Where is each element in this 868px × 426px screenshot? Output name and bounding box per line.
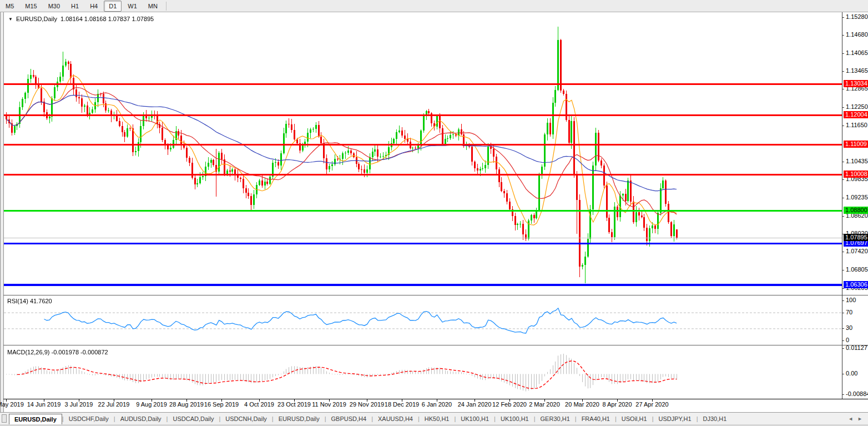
tab-eurusd-daily[interactable]: EURUSD,Daily (274, 414, 325, 424)
tab-scroll-right-icon[interactable]: ► (857, 416, 862, 422)
price-axis-tick (842, 89, 844, 89)
tab-usdcnh-daily[interactable]: USDCNH,Daily (220, 414, 272, 424)
macd-axis-label: 0.011277 (846, 344, 868, 351)
price-line-badge: 1.06306 (844, 281, 868, 288)
price-axis-label: 1.09235 (846, 194, 868, 201)
rsi-value: 41.7620 (30, 298, 52, 304)
rsi-axis-label: 70 (846, 309, 852, 315)
date-axis-label: 14 Jun 2019 (27, 401, 61, 408)
price-axis-label: 1.14065 (846, 49, 868, 56)
chart-symbol-label: ▼EURUSD,Daily 1.08164 1.08168 1.07837 1.… (8, 16, 154, 22)
price-line-badge: 1.11009 (844, 141, 868, 148)
date-axis-label: 2 Mar 2020 (529, 401, 560, 408)
date-axis-label: 3 Jul 2019 (65, 401, 93, 408)
tab-scroll-nav: ◄ ► (848, 416, 868, 424)
tab-scroll-left-icon[interactable]: ◄ (848, 416, 853, 422)
timeframe-button-h1[interactable]: H1 (66, 1, 84, 12)
timeframe-button-d1[interactable]: D1 (104, 1, 122, 12)
tab-audusd-daily[interactable]: AUDUSD,Daily (115, 414, 166, 424)
tab-xauusd-h4[interactable]: XAUUSD,H4 (373, 414, 418, 424)
tab-eurusd-daily[interactable]: EURUSD,Daily (9, 414, 62, 425)
price-axis-label: 1.13465 (846, 67, 868, 74)
price-axis-label: 1.11650 (846, 122, 867, 128)
rsi-axis-tick (842, 300, 844, 301)
tab-usoil-h1[interactable]: USOil,H1 (617, 414, 652, 424)
price-axis-label: 1.12250 (846, 103, 868, 110)
trading-app-window: M5M15M30H1H4D1W1MN ▼EURUSD,Daily 1.08164… (0, 0, 868, 426)
rsi-name: RSI(14) (7, 298, 28, 304)
pane-separator-main-rsi[interactable] (3, 295, 868, 295)
macd-axis-tick (842, 374, 844, 374)
date-axis-label: 18 Dec 2019 (385, 401, 419, 408)
rsi-axis-tick (842, 313, 844, 313)
price-axis-tick (842, 252, 844, 252)
tab-hk50-h1[interactable]: HK50,H1 (420, 414, 455, 424)
rsi-axis-tick (842, 340, 844, 341)
chart-tabs: EURUSD,Daily|USDCHF,Daily|AUDUSD,Daily|U… (9, 413, 731, 424)
tab-bar-splitter-handle[interactable] (2, 414, 7, 423)
price-axis-tick (842, 126, 844, 126)
price-axis-label: 1.07420 (846, 248, 868, 254)
macd-name: MACD(12,26,9) (7, 349, 49, 355)
price-axis-label: 1.15280 (846, 13, 868, 20)
timeframe-button-m5[interactable]: M5 (1, 1, 19, 12)
price-axis-label: 1.14680 (846, 31, 868, 38)
timeframe-bar: M5M15M30H1H4D1W1MN (0, 1, 169, 12)
timeframe-button-m30[interactable]: M30 (43, 1, 65, 12)
price-line-badge: 1.13034 (844, 80, 868, 87)
price-axis-label: 1.06805 (846, 266, 868, 273)
date-axis-label: 16 Sep 2019 (204, 401, 239, 408)
price-chart-canvas[interactable] (4, 12, 842, 295)
tab-dj30-h1[interactable]: DJ30,H1 (698, 414, 732, 424)
tab-uk100-h1[interactable]: UK100,H1 (496, 414, 534, 424)
date-axis-label: 20 Mar 2020 (565, 401, 599, 408)
macd-axis-tick (842, 348, 844, 349)
rsi-axis-label: 100 (846, 297, 856, 303)
date-axis-label: 24 Jan 2020 (458, 401, 492, 408)
rsi-indicator-label: RSI(14) 41.7620 (7, 298, 52, 304)
timeframe-button-m15[interactable]: M15 (20, 1, 42, 12)
tab-fra40-h1[interactable]: FRA40,H1 (577, 414, 615, 424)
tab-uk100-h1[interactable]: UK100,H1 (456, 414, 494, 424)
timeframe-toolbar: M5M15M30H1H4D1W1MN (0, 0, 868, 12)
tab-usdcad-daily[interactable]: USDCAD,Daily (168, 414, 219, 424)
macd-axis-label: 0.00 (846, 370, 857, 377)
macd-pane-canvas[interactable] (4, 346, 842, 399)
date-axis-label: 23 Oct 2019 (277, 401, 311, 408)
price-axis-scale[interactable]: 1.152801.146801.140651.134651.128651.122… (842, 12, 868, 399)
rsi-axis-tick (842, 328, 844, 329)
tab-usdjpy-h1[interactable]: USDJPY,H1 (654, 414, 697, 424)
symbol-dropdown-icon[interactable]: ▼ (8, 17, 13, 22)
date-axis-label: 27 Apr 2020 (635, 401, 668, 408)
price-axis-tick (842, 216, 844, 217)
price-axis-tick (842, 179, 844, 180)
price-axis-tick (842, 162, 844, 162)
window-left-frame (0, 12, 4, 423)
macd-indicator-label: MACD(12,26,9) -0.001978 -0.000872 (7, 349, 108, 355)
symbol-name: EURUSD,Daily (16, 16, 57, 22)
date-axis-label: 6 Jan 2020 (422, 401, 452, 408)
macd-values: -0.001978 -0.000872 (51, 349, 108, 355)
price-axis-tick (842, 53, 844, 54)
date-axis-label: 4 Oct 2019 (244, 401, 274, 408)
price-line-badge: 1.10008 (844, 171, 868, 178)
date-axis-label: 11 Nov 2019 (312, 401, 346, 408)
rsi-pane-canvas[interactable] (4, 296, 842, 345)
current-bid-badge: 1.07895 (844, 234, 868, 241)
price-axis-tick (842, 17, 844, 18)
timeframe-button-w1[interactable]: W1 (123, 1, 142, 12)
tab-ger30-h1[interactable]: GER30,H1 (536, 414, 575, 424)
price-axis-label: 1.10435 (846, 158, 868, 164)
timeframe-button-mn[interactable]: MN (143, 1, 163, 12)
date-axis-label: 8 Apr 2020 (602, 401, 632, 408)
price-line-badge: 1.08800 (844, 207, 868, 214)
tab-gbpusd-h4[interactable]: GBPUSD,H4 (326, 414, 372, 424)
price-axis-tick (842, 71, 844, 72)
date-axis-label: 27 May 2019 (0, 401, 24, 408)
rsi-axis-label: 0 (846, 337, 849, 343)
timeframe-button-h4[interactable]: H4 (85, 1, 103, 12)
tab-usdchf-daily[interactable]: USDCHF,Daily (64, 414, 114, 424)
date-axis-label: 28 Aug 2019 (169, 401, 204, 408)
chart-tab-bar: EURUSD,Daily|USDCHF,Daily|AUDUSD,Daily|U… (0, 412, 868, 424)
pane-separator-rsi-macd[interactable] (3, 345, 868, 345)
